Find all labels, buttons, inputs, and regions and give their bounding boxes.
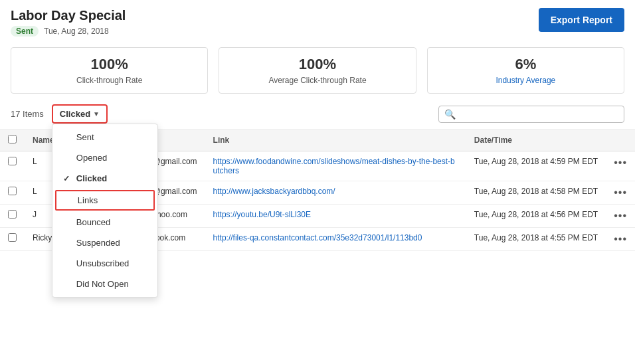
row-checkbox[interactable] [8,187,17,195]
row-datetime: Tue, Aug 28, 2018 at 4:59 PM EDT [466,151,606,181]
row-link: https://youtu.be/U9t-slLl30E [205,205,466,228]
more-options-button[interactable]: ••• [614,210,627,221]
filter-label: Clicked [60,109,90,119]
row-more: ••• [606,151,635,181]
dropdown-menu: Sent Opened ✓ Clicked Links Bounced [52,124,158,298]
row-link-url[interactable]: http://www.jacksbackyardbbq.com/ [213,187,335,196]
dropdown-item-bounced[interactable]: Bounced [52,212,157,232]
metric-label-industry: Industry Average [433,76,618,85]
row-more: ••• [606,228,635,251]
status-badge: Sent [11,26,39,37]
row-checkbox-cell [0,151,25,181]
th-actions [606,130,635,151]
select-all-checkbox[interactable] [8,135,17,143]
row-checkbox[interactable] [8,157,17,165]
row-link: https://www.foodandwine.com/slideshows/m… [205,151,466,181]
row-checkbox-cell [0,181,25,205]
metric-label-ctr: Click-through Rate [17,76,202,85]
row-link-url[interactable]: http://files-qa.constantcontact.com/35e3… [213,233,422,242]
th-link: Link [205,130,466,151]
filter-button[interactable]: Clicked ▼ [52,104,108,124]
status-row: Sent Tue, Aug 28, 2018 [11,26,126,37]
metric-card-industry: 6% Industry Average [427,47,624,94]
row-link: http://files-qa.constantcontact.com/35e3… [205,228,466,251]
th-datetime: Date/Time [466,130,606,151]
dropdown-item-did-not-open[interactable]: Did Not Open [52,274,157,294]
row-checkbox-cell [0,205,25,228]
search-icon: 🔍 [444,109,456,120]
row-more: ••• [606,205,635,228]
metric-label-avg: Average Click-through Rate [225,76,410,85]
metric-value-avg: 100% [225,56,410,73]
header-left: Labor Day Special Sent Tue, Aug 28, 2018 [11,8,126,37]
more-options-button[interactable]: ••• [614,233,627,244]
sent-date: Tue, Aug 28, 2018 [44,27,109,36]
row-link-url[interactable]: https://youtu.be/U9t-slLl30E [213,210,311,219]
dropdown-item-clicked[interactable]: ✓ Clicked [52,168,157,189]
metric-value-ctr: 100% [17,56,202,73]
metric-card-avg: 100% Average Click-through Rate [219,47,416,94]
campaign-title: Labor Day Special [11,8,126,23]
search-box[interactable]: 🔍 [438,106,624,123]
dropdown-item-links[interactable]: Links [55,190,155,211]
more-options-button[interactable]: ••• [614,187,627,198]
th-checkbox [0,130,25,151]
row-checkbox[interactable] [8,233,17,242]
metric-card-ctr: 100% Click-through Rate [11,47,208,94]
row-link: http://www.jacksbackyardbbq.com/ [205,181,466,205]
dropdown-item-sent[interactable]: Sent [52,127,157,147]
filter-dropdown: Clicked ▼ Sent Opened ✓ Clicked [52,104,108,124]
dropdown-item-suspended[interactable]: Suspended [52,232,157,253]
row-datetime: Tue, Aug 28, 2018 at 4:56 PM EDT [466,205,606,228]
toolbar: 17 Items Clicked ▼ Sent Opened ✓ Clicked [0,99,635,130]
search-input[interactable] [460,109,618,119]
dropdown-item-opened[interactable]: Opened [52,147,157,168]
page-header: Labor Day Special Sent Tue, Aug 28, 2018… [0,0,635,42]
row-datetime: Tue, Aug 28, 2018 at 4:55 PM EDT [466,228,606,251]
export-report-button[interactable]: Export Report [539,8,624,32]
row-checkbox-cell [0,228,25,251]
row-link-url[interactable]: https://www.foodandwine.com/slideshows/m… [213,157,455,175]
row-datetime: Tue, Aug 28, 2018 at 4:58 PM EDT [466,181,606,205]
dropdown-item-unsubscribed[interactable]: Unsubscribed [52,253,157,274]
metrics-row: 100% Click-through Rate 100% Average Cli… [0,42,635,99]
items-count: 17 Items [11,109,44,119]
row-more: ••• [606,181,635,205]
chevron-down-icon: ▼ [93,110,100,118]
more-options-button[interactable]: ••• [614,157,627,168]
metric-value-industry: 6% [433,56,618,73]
row-checkbox[interactable] [8,210,17,219]
